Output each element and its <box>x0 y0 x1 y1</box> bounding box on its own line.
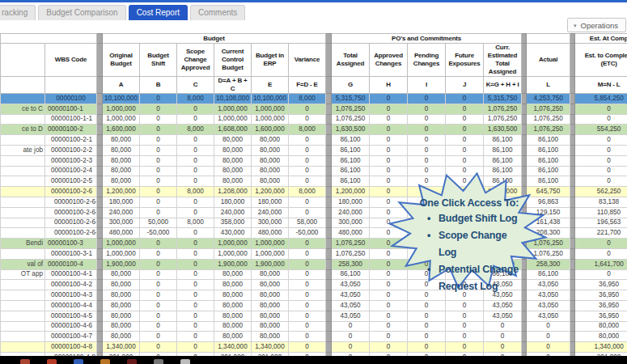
cell-budget[interactable]: 0 <box>289 332 326 342</box>
cell-budget[interactable]: 80,000 <box>214 280 252 290</box>
cell-po[interactable]: 1,630,500 <box>484 125 522 135</box>
cell-budget[interactable]: 1,200,000 <box>103 187 140 197</box>
taskbar-icon[interactable] <box>20 359 30 364</box>
cell-po[interactable]: 86,100 <box>484 145 522 155</box>
cell-wbs-code[interactable]: 00000100-2-6-1 <box>45 197 97 207</box>
cell-wbs-code[interactable]: 00000100 <box>45 94 97 104</box>
cell-wbs-code[interactable]: 00000100-4-7 <box>45 332 97 342</box>
cell-budget[interactable]: 80,000 <box>103 155 140 166</box>
cell-po[interactable]: 0 <box>446 269 484 280</box>
cell-actual[interactable]: 43,050 <box>527 280 570 290</box>
cell-actual[interactable]: 0 <box>527 342 570 353</box>
cell-etc[interactable]: 554,250 <box>575 125 627 135</box>
cell-po[interactable]: 86,100 <box>484 166 522 176</box>
cell-po[interactable]: 1,076,250 <box>332 239 370 249</box>
table-row[interactable]: 00000100-4-680,0000080,00080,00000000008… <box>1 321 627 332</box>
cell-po[interactable]: 0 <box>408 248 446 259</box>
cell-wbs-code[interactable]: 00000100-3-1 <box>45 248 97 259</box>
cell-budget[interactable]: 80,000 <box>103 166 140 176</box>
cell-budget[interactable]: 0 <box>177 269 214 280</box>
tab-comments[interactable]: Comments <box>190 5 245 20</box>
cell-budget[interactable]: 8,000 <box>177 187 214 197</box>
tab-cost-report[interactable]: Cost Report <box>129 5 188 20</box>
taskbar-icon[interactable] <box>127 359 137 364</box>
cell-etc[interactable]: 83,138 <box>575 197 627 207</box>
cell-po[interactable]: 0 <box>408 125 446 135</box>
cell-actual[interactable]: 161,438 <box>527 218 570 228</box>
cell-budget[interactable]: 80,000 <box>103 311 140 321</box>
cell-po[interactable]: 5,315,750 <box>484 94 522 104</box>
cell-budget[interactable]: 1,000,000 <box>252 239 289 249</box>
cell-description[interactable] <box>1 218 45 228</box>
cell-po[interactable]: 0 <box>446 135 484 146</box>
cell-budget[interactable]: 80,000 <box>214 300 252 311</box>
cell-budget[interactable]: 0 <box>289 176 326 187</box>
cell-po[interactable]: 0 <box>408 290 446 301</box>
cell-po[interactable]: 0 <box>370 342 408 353</box>
table-row[interactable]: 00000100-1-11,000,000001,000,0001,000,00… <box>1 114 627 125</box>
cell-po[interactable]: 43,050 <box>332 280 370 290</box>
cell-budget[interactable]: 0 <box>140 280 177 290</box>
cell-budget[interactable]: 80,000 <box>214 135 252 146</box>
cell-description[interactable] <box>1 248 45 259</box>
cell-po[interactable]: 1,200,000 <box>484 187 522 197</box>
cell-actual[interactable]: 86,100 <box>527 155 570 166</box>
cell-wbs-code[interactable]: 00000100-2-5 <box>45 176 97 187</box>
cell-po[interactable]: 0 <box>446 300 484 311</box>
cell-po[interactable]: 86,100 <box>332 269 370 280</box>
cell-po[interactable]: 0 <box>446 239 484 249</box>
cell-po[interactable]: 0 <box>408 207 446 218</box>
cell-budget[interactable]: 0 <box>177 114 214 125</box>
cell-budget[interactable]: 0 <box>289 269 326 280</box>
cell-budget[interactable]: 80,000 <box>103 280 140 290</box>
cell-budget[interactable]: 0 <box>140 207 177 218</box>
cell-po[interactable]: 86,100 <box>484 269 522 280</box>
cell-etc[interactable]: 110,850 <box>575 207 627 218</box>
cell-actual[interactable]: 1,076,250 <box>527 114 570 125</box>
cell-description[interactable]: ce to C <box>1 104 45 114</box>
cell-actual[interactable]: 86,100 <box>527 269 570 280</box>
cell-po[interactable]: 0 <box>408 94 446 104</box>
cell-description[interactable]: ate job <box>1 145 45 155</box>
cell-description[interactable] <box>1 135 45 146</box>
cell-budget[interactable]: 0 <box>289 300 326 311</box>
cell-budget[interactable]: 80,000 <box>214 145 252 155</box>
cell-budget[interactable]: 0 <box>289 166 326 176</box>
cell-description[interactable] <box>1 207 45 218</box>
cell-po[interactable]: 43,050 <box>332 300 370 311</box>
cell-etc[interactable]: 36,950 <box>575 311 627 321</box>
cell-budget[interactable]: 1,900,000 <box>252 259 289 269</box>
cell-budget[interactable]: 300,000 <box>103 218 140 228</box>
cell-actual[interactable]: 1,076,250 <box>527 104 570 114</box>
cell-po[interactable]: 0 <box>370 218 408 228</box>
cell-wbs-code[interactable]: 00000100-1-1 <box>45 114 97 125</box>
cell-po[interactable]: 0 <box>370 269 408 280</box>
cell-po[interactable]: 0 <box>408 311 446 321</box>
cell-budget[interactable]: 80,000 <box>252 332 289 342</box>
cell-po[interactable]: 0 <box>370 135 408 146</box>
cell-budget[interactable]: 0 <box>289 259 326 269</box>
cell-budget[interactable]: 1,900,000 <box>214 259 252 269</box>
cell-budget[interactable]: 80,000 <box>103 300 140 311</box>
cell-po[interactable]: 5,315,750 <box>332 94 370 104</box>
cell-budget[interactable]: 8,000 <box>177 218 214 228</box>
cell-budget[interactable]: 0 <box>289 145 326 155</box>
cell-etc[interactable]: 0 <box>575 114 627 125</box>
cell-po[interactable]: 1,076,250 <box>484 114 522 125</box>
cell-po[interactable]: 0 <box>446 94 484 104</box>
cell-po[interactable]: 300,000 <box>332 218 370 228</box>
cell-po[interactable]: 0 <box>370 197 408 207</box>
cell-wbs-code[interactable]: 00000100-2-1 <box>45 135 97 146</box>
cell-budget[interactable]: 1,000,000 <box>252 114 289 125</box>
table-row[interactable]: val of00000100-41,900,000001,900,0001,90… <box>1 259 627 269</box>
cell-po[interactable]: 0 <box>332 332 370 342</box>
cell-budget[interactable]: 0 <box>177 290 214 301</box>
cell-etc[interactable]: 0 <box>575 248 627 259</box>
cell-po[interactable]: 43,050 <box>332 290 370 301</box>
table-row[interactable]: 00000100-2-580,0000080,00080,000086,1000… <box>1 176 627 187</box>
table-row[interactable]: ate job00000100-2-280,0000080,00080,0000… <box>1 145 627 155</box>
cell-budget[interactable]: 0 <box>289 104 326 114</box>
cell-po[interactable]: 1,076,250 <box>332 248 370 259</box>
cell-budget[interactable]: 80,000 <box>252 176 289 187</box>
cell-budget[interactable]: 1,000,000 <box>252 104 289 114</box>
